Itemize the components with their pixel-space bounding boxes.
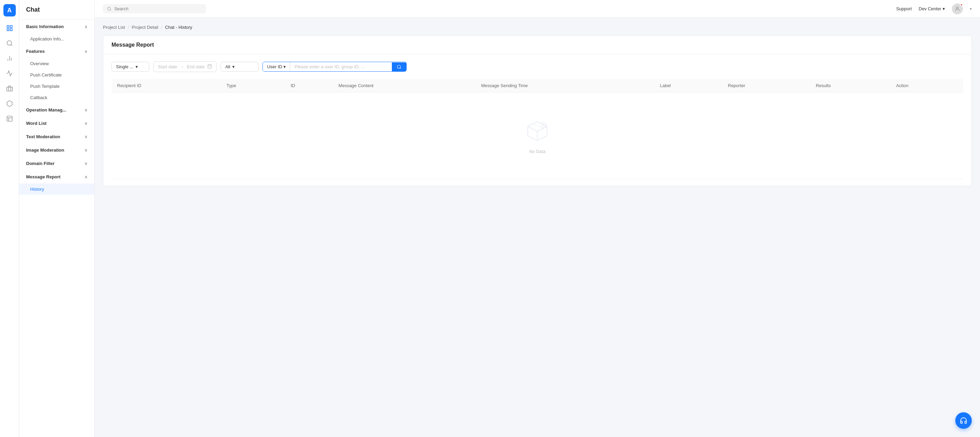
chevron-down-icon-word: ∨ — [84, 121, 88, 126]
search-button[interactable] — [392, 62, 406, 72]
chevron-down-icon-image: ∨ — [84, 148, 88, 153]
col-reporter: Reporter — [722, 79, 810, 93]
nav-item-callback[interactable]: Callback — [19, 92, 94, 103]
nav-item-history[interactable]: History — [19, 184, 94, 195]
calendar-icon — [207, 64, 212, 70]
col-results: Results — [810, 79, 891, 93]
nav-icon-search[interactable] — [3, 37, 16, 49]
nav-section-title-domain-filter[interactable]: Domain Filter ∨ — [19, 157, 94, 170]
svg-rect-16 — [208, 65, 212, 68]
page-title: Message Report — [111, 42, 963, 48]
nav-section-domain-filter: Domain Filter ∨ — [19, 157, 94, 170]
chevron-up-icon-features: ∧ — [84, 49, 88, 54]
svg-point-15 — [956, 7, 958, 9]
svg-point-4 — [7, 41, 11, 45]
svg-rect-9 — [6, 87, 12, 91]
nav-item-push-template[interactable]: Push Template — [19, 81, 94, 92]
arrow-icon: → — [180, 65, 184, 69]
nav-section-image-moderation: Image Moderation ∨ — [19, 143, 94, 157]
content-area: Project List / Project Detail / Chat - H… — [95, 18, 980, 437]
nav-icon-bar-chart[interactable] — [3, 52, 16, 65]
header-right: Support Dev Center ▾ ▾ — [896, 3, 972, 14]
chevron-down-icon-avatar: ▾ — [970, 6, 972, 11]
search-icon — [107, 6, 111, 11]
message-report-card: Message Report Single ... ▾ Start date →… — [103, 35, 972, 186]
nav-section-features: Features ∧ Overview Push Certificate Pus… — [19, 44, 94, 103]
breadcrumb: Project List / Project Detail / Chat - H… — [103, 25, 972, 30]
nav-icon-layout[interactable] — [3, 113, 16, 125]
nav-item-overview[interactable]: Overview — [19, 58, 94, 69]
nav-section-title-image-moderation[interactable]: Image Moderation ∨ — [19, 143, 94, 157]
breadcrumb-current: Chat - History — [165, 25, 192, 30]
nav-item-push-certificate[interactable]: Push Certificate — [19, 69, 94, 81]
empty-state: No Data — [117, 97, 958, 175]
status-select[interactable]: All ▾ — [221, 62, 258, 72]
empty-text: No Data — [529, 149, 546, 154]
id-type-select[interactable]: User ID ▾ — [263, 62, 290, 72]
breadcrumb-project-detail[interactable]: Project Detail — [132, 25, 158, 30]
type-select[interactable]: Single ... ▾ — [111, 62, 149, 72]
float-support-button[interactable] — [955, 412, 972, 429]
svg-line-21 — [400, 68, 401, 68]
dev-center-dropdown[interactable]: Dev Center ▾ — [919, 6, 945, 11]
col-id: ID — [285, 79, 333, 93]
data-table: Recipient ID Type ID Message Content Mes… — [111, 79, 963, 179]
svg-rect-1 — [10, 26, 12, 28]
chevron-down-icon-op: ∨ — [84, 108, 88, 113]
breadcrumb-sep-1: / — [128, 25, 129, 30]
nav-section-title-basic-information[interactable]: Basic Information ∧ — [19, 20, 94, 33]
nav-section-basic-information: Basic Information ∧ Application Info... — [19, 20, 94, 44]
nav-icon-box[interactable] — [3, 97, 16, 110]
nav-section-title-features[interactable]: Features ∧ — [19, 44, 94, 58]
chevron-down-icon-status: ▾ — [232, 64, 235, 69]
start-date-placeholder: Start date — [158, 64, 177, 69]
nav-section-title-message-report[interactable]: Message Report ∧ — [19, 170, 94, 184]
id-search-input[interactable] — [290, 62, 392, 72]
avatar-container[interactable] — [952, 3, 963, 14]
svg-rect-0 — [7, 26, 9, 28]
col-action: Action — [891, 79, 963, 93]
search-box[interactable] — [103, 4, 206, 13]
card-header: Message Report — [103, 36, 971, 54]
chevron-down-icon-id: ▾ — [283, 64, 286, 69]
nav-section-title-operation-management[interactable]: Operation Manag... ∨ — [19, 103, 94, 117]
app-logo[interactable]: A — [3, 4, 16, 16]
col-message-content: Message Content — [333, 79, 476, 93]
svg-point-13 — [108, 7, 111, 10]
date-range-picker[interactable]: Start date → End date — [153, 61, 216, 72]
icon-sidebar: A — [0, 0, 19, 437]
left-nav: Chat Basic Information ∧ Application Inf… — [19, 0, 95, 437]
svg-line-5 — [11, 44, 12, 46]
nav-section-operation-management: Operation Manag... ∨ — [19, 103, 94, 117]
nav-icon-dashboard[interactable] — [3, 22, 16, 34]
nav-section-word-list: Word List ∨ — [19, 117, 94, 130]
nav-section-message-report: Message Report ∧ History — [19, 170, 94, 195]
nav-title: Chat — [19, 0, 94, 20]
support-link[interactable]: Support — [896, 6, 912, 11]
svg-point-20 — [397, 65, 401, 68]
search-btn-icon — [397, 65, 401, 69]
chevron-down-icon-header: ▾ — [943, 6, 945, 11]
notification-dot — [960, 3, 963, 6]
breadcrumb-project-list[interactable]: Project List — [103, 25, 125, 30]
col-recipient-id: Recipient ID — [111, 79, 221, 93]
nav-section-title-text-moderation[interactable]: Text Moderation ∨ — [19, 130, 94, 143]
nav-item-application-info[interactable]: Application Info... — [19, 33, 94, 44]
nav-icon-stats[interactable] — [3, 67, 16, 79]
col-message-sending-time: Message Sending Time — [476, 79, 654, 93]
svg-rect-10 — [7, 116, 12, 121]
headset-icon — [960, 417, 967, 424]
nav-section-title-word-list[interactable]: Word List ∨ — [19, 117, 94, 130]
nav-icon-wallet[interactable] — [3, 82, 16, 95]
top-header: Support Dev Center ▾ ▾ — [95, 0, 980, 18]
chevron-down-icon-text: ∨ — [84, 135, 88, 139]
main-area: Support Dev Center ▾ ▾ Project List / Pr… — [95, 0, 980, 437]
chevron-down-icon-type: ▾ — [135, 64, 138, 69]
svg-rect-3 — [10, 29, 12, 31]
svg-line-14 — [110, 10, 111, 10]
svg-rect-2 — [7, 29, 9, 31]
search-input[interactable] — [114, 6, 202, 11]
chevron-up-icon-msg: ∧ — [84, 175, 88, 180]
chevron-up-icon: ∧ — [84, 24, 88, 29]
breadcrumb-sep-2: / — [161, 25, 162, 30]
